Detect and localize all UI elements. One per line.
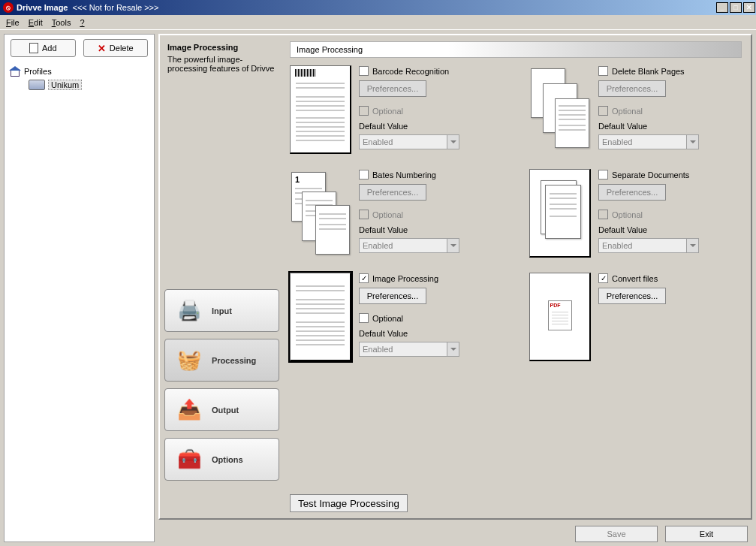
delete-blank-thumb bbox=[529, 65, 591, 154]
convert-checkbox[interactable] bbox=[598, 273, 608, 283]
maximize-button[interactable]: □ bbox=[730, 2, 742, 13]
bates-pref-button: Preferences... bbox=[359, 184, 426, 201]
app-title: Drivve Image bbox=[17, 3, 68, 12]
options-icon: 🧰 bbox=[174, 445, 204, 475]
add-label: Add bbox=[42, 44, 57, 53]
exit-button[interactable]: Exit bbox=[665, 526, 748, 542]
option-delete-blank: Delete Blank Pages Preferences... Option… bbox=[529, 65, 742, 154]
imageproc-default-combo: Enabled bbox=[359, 342, 459, 357]
panel-info: Image Processing The powerful image-proc… bbox=[160, 35, 284, 80]
nav-options-label: Options bbox=[212, 455, 243, 464]
section-header-label: Image Processing bbox=[297, 45, 363, 54]
barcode-default-label: Default Value bbox=[359, 122, 502, 131]
close-button[interactable]: ✕ bbox=[743, 2, 755, 13]
tree-root[interactable]: Profiles bbox=[9, 65, 149, 78]
nav-input[interactable]: 🖨️ Input bbox=[164, 289, 279, 332]
imageproc-label: Image Processing bbox=[372, 274, 438, 283]
delete-blank-default-combo: Enabled bbox=[598, 134, 699, 149]
bates-optional-label: Optional bbox=[372, 210, 403, 219]
nav-output[interactable]: 📤 Output bbox=[164, 388, 279, 431]
new-doc-icon bbox=[29, 43, 38, 53]
delete-button[interactable]: ✕ Delete bbox=[83, 39, 149, 57]
barcode-label: Barcode Recognition bbox=[372, 67, 449, 76]
imageproc-optional-label: Optional bbox=[372, 314, 403, 323]
barcode-default-combo: Enabled bbox=[359, 134, 459, 149]
tree-item-unikum[interactable]: Unikum bbox=[29, 78, 149, 92]
bates-default-label: Default Value bbox=[359, 225, 502, 234]
chevron-down-icon bbox=[686, 135, 698, 149]
minimize-button[interactable]: _ bbox=[716, 2, 728, 13]
delete-blank-optional-checkbox bbox=[598, 106, 608, 116]
imageproc-pref-button[interactable]: Preferences... bbox=[359, 288, 426, 304]
delete-blank-label: Delete Blank Pages bbox=[612, 67, 685, 76]
separate-optional-checkbox bbox=[598, 210, 608, 219]
section-header: Image Processing bbox=[290, 41, 742, 58]
panel-info-desc: The powerful image-processing features o… bbox=[167, 55, 276, 73]
delete-icon: ✕ bbox=[98, 43, 106, 54]
delete-label: Delete bbox=[110, 44, 134, 53]
menu-tools[interactable]: Tools bbox=[52, 18, 71, 27]
tree-root-label: Profiles bbox=[24, 67, 52, 76]
option-convert: Convert files Preferences... bbox=[529, 273, 742, 361]
bates-thumb: 1 bbox=[290, 169, 351, 258]
convert-label: Convert files bbox=[612, 274, 658, 283]
menu-help[interactable]: ? bbox=[80, 18, 84, 27]
separate-thumb bbox=[529, 169, 591, 258]
bates-checkbox[interactable] bbox=[359, 170, 369, 179]
bates-label: Bates Numbering bbox=[372, 170, 436, 179]
barcode-optional-label: Optional bbox=[372, 107, 403, 116]
bates-default-combo: Enabled bbox=[359, 238, 459, 253]
imageproc-thumb bbox=[290, 273, 351, 361]
delete-blank-default-label: Default Value bbox=[598, 122, 742, 131]
barcode-thumb bbox=[290, 65, 351, 154]
nav-input-label: Input bbox=[212, 306, 232, 315]
barcode-checkbox[interactable] bbox=[359, 66, 369, 76]
separate-default-label: Default Value bbox=[598, 225, 742, 234]
processing-icon: 🧺 bbox=[174, 345, 204, 376]
option-separate: Separate Documents Preferences... Option… bbox=[529, 169, 742, 258]
output-icon: 📤 bbox=[174, 395, 204, 425]
separate-default-combo: Enabled bbox=[598, 238, 699, 253]
convert-pref-button[interactable]: Preferences... bbox=[598, 288, 666, 304]
delete-blank-checkbox[interactable] bbox=[598, 66, 608, 76]
option-imageproc: Image Processing Preferences... Optional… bbox=[290, 273, 502, 361]
barcode-pref-button: Preferences... bbox=[359, 80, 426, 97]
test-image-processing-button[interactable]: Test Image Processing bbox=[290, 494, 408, 512]
delete-blank-pref-button: Preferences... bbox=[598, 80, 666, 97]
option-bates: 1 bbox=[290, 169, 502, 258]
chevron-down-icon bbox=[447, 342, 459, 356]
imageproc-checkbox[interactable] bbox=[359, 273, 369, 283]
imageproc-optional-checkbox[interactable] bbox=[359, 313, 369, 323]
nav-output-label: Output bbox=[212, 406, 239, 415]
menu-file[interactable]: File bbox=[6, 18, 20, 27]
bates-optional-checkbox bbox=[359, 210, 369, 219]
app-icon: ⦸ bbox=[3, 2, 14, 13]
titlebar: ⦸ Drivve Image <<< Not for Resale >>> _ … bbox=[0, 0, 756, 15]
chevron-down-icon bbox=[447, 239, 459, 252]
home-icon bbox=[9, 66, 21, 77]
imageproc-default-label: Default Value bbox=[359, 329, 502, 338]
add-button[interactable]: Add bbox=[11, 39, 76, 57]
panel-info-title: Image Processing bbox=[167, 43, 276, 52]
title-suffix: <<< Not for Resale >>> bbox=[72, 3, 158, 12]
scanner-icon bbox=[29, 80, 45, 90]
profile-tree: Profiles Unikum bbox=[5, 62, 154, 95]
option-barcode: Barcode Recognition Preferences... Optio… bbox=[290, 65, 502, 154]
separate-label: Separate Documents bbox=[612, 170, 689, 179]
pdf-icon bbox=[548, 300, 572, 330]
nav-processing-label: Processing bbox=[212, 356, 256, 365]
save-button: Save bbox=[575, 526, 658, 542]
menubar: File Edit Tools ? bbox=[0, 15, 756, 30]
tree-item-label: Unikum bbox=[48, 80, 82, 90]
nav-options[interactable]: 🧰 Options bbox=[164, 438, 279, 481]
printer-icon: 🖨️ bbox=[174, 296, 204, 326]
main-panel: Image Processing The powerful image-proc… bbox=[158, 34, 752, 520]
delete-blank-optional-label: Optional bbox=[612, 107, 643, 116]
sidebar: Add ✕ Delete Profiles Unikum bbox=[4, 34, 155, 542]
nav-processing[interactable]: 🧺 Processing bbox=[164, 339, 279, 382]
chevron-down-icon bbox=[447, 135, 459, 149]
convert-thumb bbox=[529, 273, 591, 361]
menu-edit[interactable]: Edit bbox=[29, 18, 43, 27]
separate-pref-button: Preferences... bbox=[598, 184, 666, 201]
separate-checkbox[interactable] bbox=[598, 170, 608, 179]
